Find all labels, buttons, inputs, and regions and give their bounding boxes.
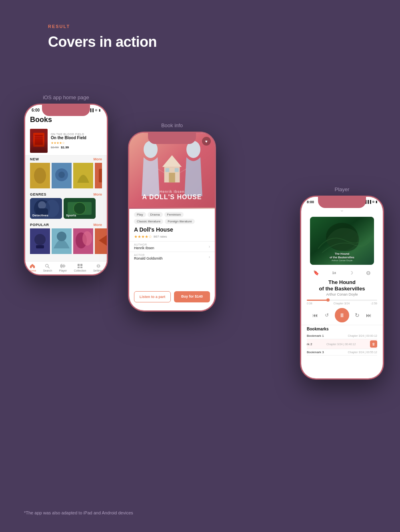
phone1-genres-title: GENRES bbox=[30, 192, 46, 196]
phone2-heart-btn[interactable]: ♥ bbox=[202, 137, 211, 146]
pause-button[interactable]: ⏸ bbox=[335, 308, 349, 322]
phone1-genres-row: Detectives Sports bbox=[30, 198, 102, 219]
svg-rect-36 bbox=[78, 267, 80, 268]
phone2-stars: ★★★★☆ bbox=[134, 234, 152, 239]
tab-collection[interactable]: Collection bbox=[74, 263, 86, 272]
phone3-chapter: Chapter 3/24 bbox=[334, 302, 350, 305]
phone2-cover: 9:41 ▐▐▐ ⊛ ▮ bbox=[129, 133, 215, 209]
phone1-new-book-1[interactable] bbox=[30, 163, 50, 188]
phone1-price-new: $1.99 bbox=[61, 146, 69, 149]
replay-icon[interactable]: ↺ bbox=[323, 311, 331, 319]
phone2-tag-foreign[interactable]: Foreign literature bbox=[165, 219, 194, 224]
phone1-popular-header: POPULAR More bbox=[30, 223, 102, 227]
phone2-tag-classic[interactable]: Classic literature bbox=[134, 219, 163, 224]
book-art-4 bbox=[95, 163, 102, 188]
volume-minus-icon[interactable]: ⊖ bbox=[366, 270, 371, 276]
tab-home[interactable]: Home bbox=[29, 263, 36, 272]
phone3-bookmark-2[interactable]: rk 2 Chapter 3/24 | 00:40:12 🗑 bbox=[307, 339, 377, 349]
tab-player[interactable]: Player bbox=[59, 263, 67, 272]
phone2-tag-play[interactable]: Play bbox=[134, 212, 146, 217]
svg-rect-46 bbox=[165, 168, 169, 172]
phone1-genres-more[interactable]: More bbox=[93, 192, 102, 196]
phone1-status-bar: 6:00 ▐▐▐ ⊛ ▮ bbox=[25, 105, 107, 114]
svg-rect-31 bbox=[63, 265, 64, 267]
svg-point-42 bbox=[186, 141, 200, 158]
phone2-author-row[interactable]: AUTHOR Henrik Ibsen › bbox=[129, 241, 215, 252]
phone1-time: 6:00 bbox=[32, 108, 40, 112]
phone1-popular-book-3[interactable] bbox=[73, 228, 93, 254]
phone1-new-book-2[interactable] bbox=[52, 163, 72, 188]
phone1-popular-book-2[interactable] bbox=[52, 228, 72, 254]
phone1-popular-book-1[interactable] bbox=[30, 228, 50, 254]
phone3-progress: 0:38 Chapter 3/24 -2:59 bbox=[301, 297, 383, 306]
svg-rect-47 bbox=[175, 168, 179, 172]
forward-icon[interactable]: ↻ bbox=[353, 311, 361, 319]
phone2-buy-btn[interactable]: Buy for $140 bbox=[174, 291, 210, 302]
svg-rect-37 bbox=[80, 267, 82, 268]
moon-icon[interactable]: ☽ bbox=[349, 270, 353, 276]
phone3-bookmarks: Bookmarks Bookmark 1 Chapter 3/24 | 00:0… bbox=[301, 325, 383, 357]
phone1-new-title: NEW bbox=[30, 157, 39, 161]
phone1-featured-price: $3.50 $1.99 bbox=[51, 146, 102, 149]
bookmark-icon[interactable]: 🔖 bbox=[313, 270, 319, 276]
skip-back-icon[interactable]: ⏮ bbox=[311, 311, 319, 319]
phone2-actor-row[interactable]: ACTOR Ronald Goldsmith › bbox=[129, 252, 215, 262]
phone2-tag-drama[interactable]: Drama bbox=[148, 212, 163, 217]
phone2-listen-btn[interactable]: Listen to a part bbox=[134, 291, 171, 302]
phone1-popular-section: POPULAR More bbox=[25, 221, 107, 255]
phone3-progress-bar[interactable] bbox=[307, 300, 377, 301]
phone1-wrapper: iOS app home page 6:00 ▐▐▐ ⊛ ▮ Books bbox=[24, 94, 108, 276]
svg-point-23 bbox=[57, 232, 66, 241]
battery-icon: ▮ bbox=[99, 108, 100, 112]
phone3-title-section: The Houndof the Baskervilles Arthur Cona… bbox=[301, 278, 383, 297]
phone1-featured-name: On the Blood Field bbox=[51, 136, 102, 140]
phone3-bookmark-1[interactable]: Bookmark 1 Chapter 3/24 | 00:00:12 bbox=[307, 333, 377, 339]
phone3-controls-bar: 🔖 1x ☽ ⊖ bbox=[301, 268, 383, 278]
phone1-tab-bar: Home Search bbox=[25, 261, 107, 274]
phone1-genre-spo-label: Sports bbox=[66, 214, 76, 217]
svg-point-4 bbox=[34, 168, 46, 184]
phone3-bookmark2-name: rk 2 bbox=[307, 342, 312, 346]
phone3-bookmarks-title: Bookmarks bbox=[307, 327, 377, 331]
tab-search[interactable]: Search bbox=[43, 263, 52, 272]
phone3-bookmark-3[interactable]: Bookmark 3 Chapter 3/24 | 00:55:12 bbox=[307, 349, 377, 356]
phone2-author-arrow: › bbox=[209, 244, 210, 249]
phone3-chevron[interactable]: ⌄ bbox=[301, 206, 383, 214]
phone3-wrapper: Player 8:00 ▐▐▐ ⊛ ▮ ⌄ bbox=[300, 186, 384, 380]
tab-collection-label: Collection bbox=[74, 269, 86, 272]
skip-forward-icon[interactable]: ⏭ bbox=[365, 311, 373, 319]
phone3-art-author: Arthur Conan Doyle bbox=[310, 259, 374, 262]
phone2-tag-feminism[interactable]: Feminism bbox=[164, 212, 184, 217]
phone1-genre-sports[interactable]: Sports bbox=[64, 198, 96, 219]
pop-art-4 bbox=[95, 228, 107, 254]
phone1-new-book-3[interactable] bbox=[73, 163, 93, 188]
page-title: Covers in action bbox=[48, 34, 352, 50]
phone1-genre-detectives[interactable]: Detectives bbox=[30, 198, 62, 219]
footer-note-text: *The app was also adapted to iPad and An… bbox=[24, 510, 133, 515]
phone3-time: 8:00 bbox=[307, 200, 314, 204]
phone2-actor-arrow: › bbox=[209, 255, 210, 259]
phone3-time-remaining: -2:59 bbox=[371, 302, 377, 305]
phone1-new-book-4[interactable] bbox=[95, 163, 102, 188]
phone2-actor-value: Ronald Goldsmith bbox=[134, 256, 163, 260]
phone1-featured[interactable]: ON THE BLOOD FIELD On the Blood Field ★★… bbox=[25, 126, 107, 156]
svg-point-41 bbox=[144, 141, 158, 158]
phone2-author-value: Henrik Ibsen bbox=[134, 246, 154, 250]
svg-point-20 bbox=[34, 234, 46, 245]
tab-player-label: Player bbox=[59, 269, 67, 272]
pop-art-2 bbox=[52, 228, 72, 254]
phone3-screen: 8:00 ▐▐▐ ⊛ ▮ ⌄ bbox=[301, 197, 383, 378]
collection-icon bbox=[77, 263, 83, 269]
phone1-app-title: Books bbox=[30, 116, 52, 124]
svg-rect-10 bbox=[99, 169, 102, 182]
phone1-new-more[interactable]: More bbox=[93, 157, 102, 161]
phone3-progress-fill bbox=[307, 300, 328, 301]
phone3-speed[interactable]: 1x bbox=[332, 271, 336, 275]
phone3-time-elapsed: 0:38 bbox=[307, 302, 312, 305]
phone3-bookmark2-delete[interactable]: 🗑 bbox=[370, 340, 377, 348]
settings-icon bbox=[95, 263, 102, 269]
phone1-popular-book-4[interactable] bbox=[95, 228, 107, 254]
tab-settings[interactable]: Settings bbox=[93, 263, 103, 272]
phone1-popular-more[interactable]: More bbox=[93, 223, 102, 227]
phone2-screen: 9:41 ▐▐▐ ⊛ ▮ bbox=[129, 133, 215, 310]
